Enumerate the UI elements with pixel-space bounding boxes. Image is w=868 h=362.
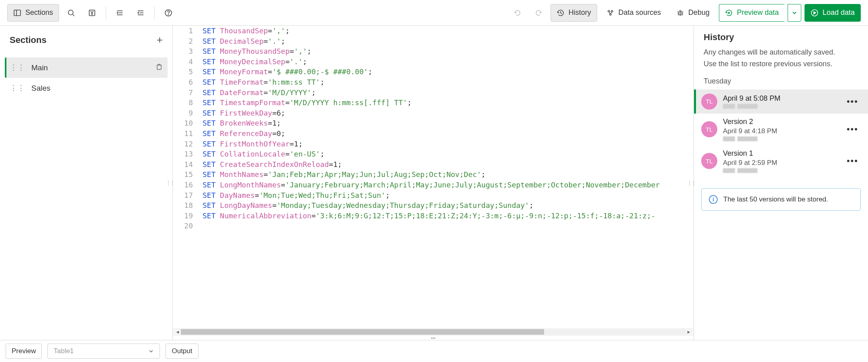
load-data-button[interactable]: Load data — [805, 4, 861, 22]
code-line[interactable]: SET MoneyThousandSep=','; — [203, 46, 694, 57]
version-menu-button[interactable]: ••• — [847, 156, 858, 166]
scroll-thumb[interactable] — [181, 329, 544, 335]
indent-icon — [116, 9, 124, 17]
code-line[interactable]: SET MonthNames='Jan;Feb;Mar;Apr;May;Jun;… — [203, 169, 694, 180]
outdent-button[interactable] — [132, 4, 149, 22]
history-title: History — [704, 32, 858, 43]
sections-toggle-label: Sections — [25, 8, 53, 17]
avatar: TL — [701, 153, 717, 169]
search-button[interactable] — [62, 4, 80, 22]
sections-toggle-button[interactable]: Sections — [7, 4, 59, 22]
svg-line-27 — [682, 14, 683, 15]
version-menu-button[interactable]: ••• — [847, 124, 858, 134]
load-data-button-label: Load data — [823, 8, 855, 17]
code-line[interactable]: SET DecimalSep='.'; — [203, 36, 694, 47]
section-item-label: Main — [31, 63, 48, 72]
preview-data-dropdown[interactable] — [788, 4, 801, 22]
svg-rect-30 — [157, 65, 161, 69]
code-line[interactable]: SET ReferenceDay=0; — [203, 128, 694, 139]
version-item[interactable]: TLApril 9 at 5:08 PM••• — [694, 89, 868, 114]
delete-section-button[interactable] — [156, 63, 163, 72]
code-line[interactable]: SET LongDayNames='Monday;Tuesday;Wednesd… — [203, 200, 694, 211]
code-line[interactable]: SET NumericalAbbreviation='3:k;6:M;9:G;1… — [203, 211, 694, 221]
code-line[interactable]: SET FirstWeekDay=6; — [203, 108, 694, 118]
section-item-main[interactable]: ⋮⋮Main — [5, 57, 168, 78]
version-item[interactable]: TLVersion 2April 9 at 4:18 PM••• — [694, 114, 868, 145]
code-line[interactable] — [203, 221, 694, 231]
redo-button[interactable] — [530, 4, 547, 22]
code-line[interactable]: SET LongMonthNames='January;February;Mar… — [203, 180, 694, 190]
toolbar-divider — [106, 6, 106, 19]
splitter-bottom[interactable]: ••• — [173, 336, 694, 340]
toolbar: Sections History Data sources Debug Prev… — [0, 0, 868, 26]
code-line[interactable]: SET CreateSearchIndexOnReload=1; — [203, 159, 694, 170]
chevron-down-icon — [792, 10, 797, 16]
svg-point-14 — [168, 14, 169, 15]
preview-tab-button[interactable]: Preview — [6, 344, 42, 359]
code-line[interactable]: SET CollationLocale='en-US'; — [203, 149, 694, 159]
preview-data-button[interactable]: Preview data — [719, 4, 784, 22]
comment-toggle-button[interactable] — [83, 4, 101, 22]
svg-point-15 — [608, 10, 610, 12]
version-timestamp: April 9 at 4:18 PM — [723, 127, 841, 135]
undo-button[interactable] — [509, 4, 526, 22]
table-select[interactable]: Table1 — [47, 344, 160, 359]
history-button[interactable]: History — [551, 4, 597, 22]
output-tab-button[interactable]: Output — [166, 344, 198, 359]
scroll-right-arrow[interactable]: ► — [686, 329, 692, 334]
help-button[interactable] — [160, 4, 177, 22]
version-timestamp: April 9 at 2:59 PM — [723, 159, 841, 167]
section-item-label: Sales — [31, 84, 51, 93]
data-sources-button-label: Data sources — [618, 8, 661, 17]
avatar: TL — [701, 94, 717, 110]
code-line[interactable]: SET MoneyDecimalSep='.'; — [203, 57, 694, 67]
toolbar-divider — [154, 6, 155, 19]
svg-rect-0 — [14, 10, 20, 16]
code-line[interactable]: SET DateFormat='M/D/YYYY'; — [203, 87, 694, 98]
bottom-bar: Preview Table1 Output — [0, 340, 868, 362]
comment-icon — [88, 9, 96, 17]
history-info-box: i The last 50 versions will be stored. — [701, 188, 861, 211]
version-item[interactable]: TLVersion 1April 9 at 2:59 PM••• — [694, 145, 868, 177]
code-editor[interactable]: 1234567891011121314151617181920 SET Thou… — [173, 26, 694, 340]
code-line[interactable]: SET TimeFormat='h:mm:ss TT'; — [203, 77, 694, 87]
avatar: TL — [701, 121, 717, 137]
svg-point-2 — [68, 10, 73, 15]
debug-icon — [676, 9, 684, 17]
drag-handle-icon[interactable]: ⋮⋮ — [10, 83, 25, 93]
horizontal-scrollbar[interactable]: ◄ ► — [173, 328, 694, 336]
version-author-redacted — [723, 104, 841, 109]
section-item-sales[interactable]: ⋮⋮Sales — [5, 78, 168, 98]
svg-marker-29 — [814, 12, 816, 14]
svg-line-22 — [678, 11, 678, 12]
code-line[interactable]: SET TimestampFormat='M/D/YYYY h:mm:ss[.f… — [203, 98, 694, 108]
search-icon — [67, 9, 75, 17]
code-line[interactable]: SET MoneyFormat='$ ###0.00;-$ ###0.00'; — [203, 67, 694, 77]
panel-left-icon — [13, 9, 21, 17]
preview-data-button-label: Preview data — [737, 8, 779, 17]
code-line[interactable]: SET ThousandSep=','; — [203, 26, 694, 36]
sections-title: Sections — [10, 35, 47, 45]
history-button-label: History — [569, 8, 591, 17]
splitter-right[interactable]: ⋮⋮ — [687, 180, 695, 186]
debug-button[interactable]: Debug — [670, 4, 716, 22]
scroll-left-arrow[interactable]: ◄ — [174, 329, 181, 334]
history-description: Any changes will be automatically saved.… — [704, 47, 858, 70]
debug-button-label: Debug — [688, 8, 710, 17]
data-sources-icon — [606, 9, 614, 17]
version-author-redacted — [723, 136, 841, 141]
drag-handle-icon[interactable]: ⋮⋮ — [10, 63, 25, 72]
outdent-icon — [137, 9, 145, 17]
code-line[interactable]: SET BrokenWeeks=1; — [203, 118, 694, 128]
svg-line-3 — [73, 14, 74, 16]
play-circle-icon — [811, 9, 819, 17]
indent-button[interactable] — [111, 4, 129, 22]
version-menu-button[interactable]: ••• — [847, 96, 858, 107]
code-line[interactable]: SET DayNames='Mon;Tue;Wed;Thu;Fri;Sat;Su… — [203, 190, 694, 201]
code-line[interactable]: SET FirstMonthOfYear=1; — [203, 139, 694, 149]
add-section-button[interactable]: + — [157, 34, 163, 46]
data-sources-button[interactable]: Data sources — [600, 4, 667, 22]
history-info-text: The last 50 versions will be stored. — [723, 195, 828, 203]
history-panel: History Any changes will be automaticall… — [694, 26, 868, 340]
info-icon: i — [709, 195, 718, 204]
